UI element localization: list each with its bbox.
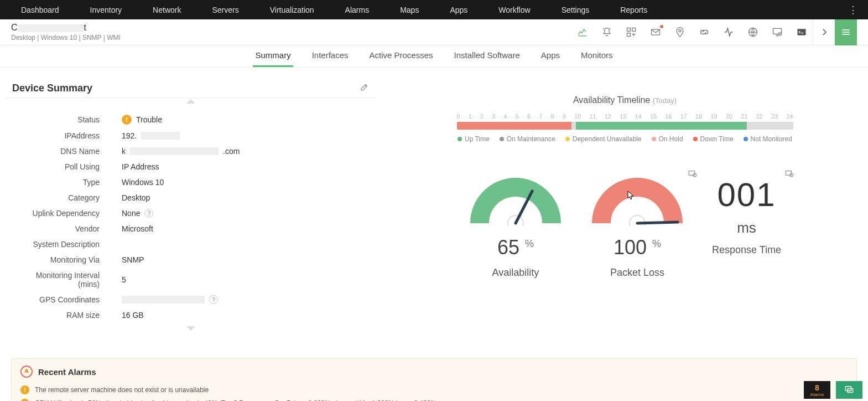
- link-icon[interactable]: [693, 24, 715, 40]
- tab-interfaces[interactable]: Interfaces: [310, 50, 351, 67]
- value-monvia: SNMP: [122, 255, 144, 264]
- label-status: Status: [17, 115, 122, 124]
- globe-icon[interactable]: [742, 24, 764, 40]
- terminal-icon[interactable]: [791, 24, 813, 40]
- value-ip: 192.: [122, 131, 180, 140]
- alarm-row[interactable]: !The remote server machine does not exis…: [20, 383, 848, 397]
- bell-icon[interactable]: [596, 24, 618, 40]
- expand-down-icon[interactable]: [186, 326, 195, 331]
- label-ip: IPAddress: [17, 131, 122, 140]
- tab-summary[interactable]: Summary: [253, 50, 293, 67]
- timeline-bar: [457, 122, 793, 130]
- tab-active-processes[interactable]: Active Processes: [367, 50, 435, 67]
- availability-timeline: Availability Timeline (Today) 0123456789…: [387, 95, 862, 143]
- svg-rect-2: [627, 33, 631, 37]
- help-icon[interactable]: ?: [144, 209, 153, 218]
- device-summary-card: Device Summary Status!Trouble IPAddress1…: [6, 79, 376, 342]
- nav-apps[interactable]: Apps: [434, 0, 483, 19]
- responsetime-unit: ms: [712, 219, 781, 237]
- collapse-up-icon[interactable]: [186, 99, 195, 104]
- svg-rect-0: [627, 28, 631, 32]
- responsetime-value: 001: [712, 176, 781, 214]
- nav-maps[interactable]: Maps: [384, 0, 434, 19]
- nav-alarms[interactable]: Alarms: [330, 0, 385, 19]
- svg-rect-1: [632, 28, 636, 32]
- recent-alarms-title: Recent Alarms: [38, 367, 96, 377]
- edit-icon[interactable]: [360, 82, 370, 94]
- value-status: Trouble: [136, 115, 162, 124]
- label-monvia: Monitoring Via: [17, 255, 122, 264]
- nav-reports[interactable]: Reports: [605, 0, 663, 19]
- label-uplink: Uplink Dependency: [17, 209, 122, 218]
- responsetime-settings-icon[interactable]: [784, 169, 794, 181]
- value-gps: [122, 296, 205, 304]
- tab-apps[interactable]: Apps: [539, 50, 562, 67]
- availability-label: Availability: [469, 267, 563, 279]
- label-dns: DNS Name: [17, 147, 122, 156]
- more-menu-icon[interactable]: ⋮: [844, 4, 862, 16]
- packetloss-settings-icon[interactable]: [688, 169, 698, 181]
- alarms-bell-icon: [20, 366, 33, 378]
- alarm-row[interactable]: !CPU Utilization is 52%, threshold value…: [20, 397, 848, 401]
- chat-badge[interactable]: [836, 381, 862, 399]
- next-arrow-icon[interactable]: [813, 19, 835, 45]
- timeline-title: Availability Timeline: [573, 95, 650, 105]
- packetloss-label: Packet Loss: [590, 267, 684, 279]
- hamburger-menu-icon[interactable]: [835, 19, 857, 45]
- device-header: Ct Desktop | Windows 10 | SNMP | WMI: [0, 19, 868, 45]
- value-poll: IP Address: [122, 162, 159, 171]
- widget-icon[interactable]: [620, 24, 642, 40]
- nav-virtualization[interactable]: Virtualization: [254, 0, 330, 19]
- svg-rect-11: [689, 171, 695, 176]
- tab-installed-software[interactable]: Installed Software: [452, 50, 522, 67]
- label-vendor: Vendor: [17, 224, 122, 233]
- label-category: Category: [17, 193, 122, 202]
- gauge-packetloss: 100 % Packet Loss: [590, 173, 684, 279]
- device-name: Ct: [11, 23, 571, 33]
- packetloss-value: 100: [614, 236, 647, 259]
- help-icon[interactable]: ?: [209, 295, 218, 304]
- svg-point-4: [679, 29, 681, 32]
- label-gps: GPS Coordinates: [17, 295, 122, 304]
- tab-monitors[interactable]: Monitors: [579, 50, 615, 67]
- timeline-hours: 0123456789101112131415161718192021222324: [457, 113, 793, 120]
- svg-point-7: [779, 33, 782, 35]
- timeline-legend: Up Time On Maintenance Dependent Unavail…: [387, 135, 862, 143]
- value-uplink: None: [122, 209, 140, 218]
- mail-icon[interactable]: [644, 24, 667, 40]
- device-tabs: Summary Interfaces Active Processes Inst…: [0, 45, 868, 68]
- device-summary-title: Device Summary: [12, 83, 360, 94]
- value-vendor: Microsoft: [122, 224, 153, 233]
- alarms-counter-badge[interactable]: 8 Alarms: [804, 381, 830, 399]
- top-nav: Dashboard Inventory Network Servers Virt…: [0, 0, 868, 19]
- location-icon[interactable]: [669, 24, 691, 40]
- nav-inventory[interactable]: Inventory: [75, 0, 138, 19]
- timeline-subtitle: (Today): [653, 96, 677, 105]
- chart-icon[interactable]: [571, 24, 594, 40]
- value-type: Windows 10: [122, 178, 164, 187]
- label-type: Type: [17, 178, 122, 187]
- responsetime-label: Response Time: [712, 244, 781, 256]
- availability-value: 65: [497, 236, 519, 259]
- value-ram: 16 GB: [122, 311, 144, 320]
- svg-rect-8: [798, 29, 806, 35]
- monitor-icon[interactable]: [766, 24, 788, 40]
- value-category: Desktop: [122, 193, 150, 202]
- alarm-severity-icon: !: [20, 399, 29, 401]
- nav-dashboard[interactable]: Dashboard: [6, 0, 75, 19]
- nav-servers[interactable]: Servers: [196, 0, 254, 19]
- nav-network[interactable]: Network: [137, 0, 196, 19]
- activity-icon[interactable]: [718, 24, 740, 40]
- nav-workflow[interactable]: Workflow: [483, 0, 545, 19]
- gauge-availability: 65 % Availability: [469, 173, 563, 279]
- value-dns: k.com: [122, 147, 240, 156]
- label-poll: Poll Using: [17, 162, 122, 171]
- svg-line-14: [637, 222, 678, 223]
- nav-settings[interactable]: Settings: [546, 0, 605, 19]
- gauge-responsetime: 001 ms Response Time: [712, 173, 781, 256]
- status-badge-icon: !: [122, 115, 132, 125]
- label-sysdesc: System Description: [17, 240, 122, 249]
- svg-rect-15: [786, 171, 792, 176]
- svg-rect-3: [652, 29, 660, 35]
- value-moninterval: 5: [122, 275, 126, 284]
